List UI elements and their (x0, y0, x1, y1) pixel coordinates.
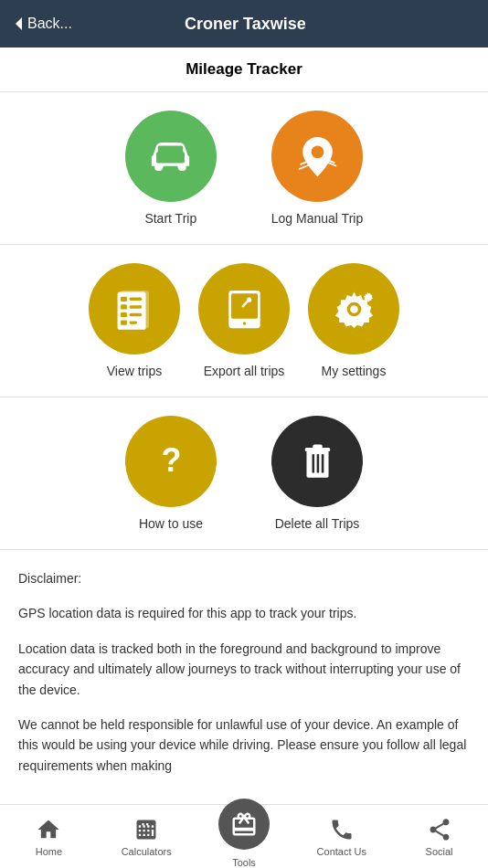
nav-calculators[interactable]: Calculators (98, 805, 196, 868)
nav-contact-us[interactable]: Contact Us (292, 805, 390, 868)
svg-point-21 (350, 305, 358, 313)
calculators-icon (133, 817, 159, 842)
svg-point-1 (155, 162, 164, 170)
svg-rect-11 (129, 297, 142, 300)
log-manual-trip-icon-circle (271, 111, 363, 202)
svg-rect-10 (121, 320, 127, 324)
tools-icon (230, 810, 258, 838)
start-trip-icon-circle (125, 111, 217, 202)
view-trips-icon-circle (89, 263, 180, 355)
location-pin-icon (292, 132, 343, 182)
delete-all-trips-button[interactable]: Delete all Trips (271, 416, 363, 531)
svg-text:?: ? (161, 440, 181, 478)
nav-calculators-label: Calculators (122, 846, 172, 857)
svg-rect-3 (156, 152, 185, 163)
disclaimer-p3: We cannot be held responsible for unlawf… (18, 715, 470, 776)
svg-point-2 (178, 162, 186, 170)
my-settings-button[interactable]: My settings (308, 263, 399, 378)
how-to-use-label: How to use (139, 516, 203, 531)
svg-point-4 (311, 145, 324, 158)
main-content: Start Trip Log Manual Trip (0, 92, 488, 863)
trash-icon (292, 437, 343, 487)
svg-rect-7 (121, 296, 127, 301)
delete-all-trips-label: Delete all Trips (275, 516, 360, 531)
back-label: Back... (27, 16, 72, 32)
log-manual-trip-label: Log Manual Trip (271, 211, 363, 226)
svg-rect-9 (121, 312, 127, 316)
start-trip-label: Start Trip (144, 211, 196, 226)
tools-circle (218, 799, 270, 850)
page-title: Mileage Tracker (0, 48, 488, 92)
export-all-trips-label: Export all trips (204, 364, 285, 378)
svg-rect-26 (312, 453, 314, 472)
nav-social-label: Social (426, 846, 453, 857)
settings-icon-circle (308, 263, 399, 355)
nav-contact-label: Contact Us (317, 846, 366, 857)
app-title: Croner Taxwise (72, 15, 419, 34)
how-to-use-icon-circle: ? (125, 416, 217, 507)
nav-home-label: Home (36, 846, 62, 857)
social-icon (427, 817, 452, 842)
home-icon (36, 817, 61, 842)
bottom-navigation: Home Calculators Tools Contact Us Social (0, 804, 488, 868)
svg-rect-8 (121, 304, 127, 309)
how-to-use-button[interactable]: ? How to use (125, 416, 217, 531)
question-icon: ? (146, 437, 196, 487)
nav-social[interactable]: Social (390, 805, 488, 868)
export-all-trips-button[interactable]: Export all trips (198, 263, 290, 378)
svg-rect-27 (316, 453, 319, 472)
export-icon-circle (198, 263, 290, 355)
svg-point-17 (242, 322, 245, 324)
gear-icon (329, 284, 379, 334)
svg-rect-28 (321, 453, 324, 472)
disclaimer-title: Disclaimer: (18, 568, 470, 588)
svg-point-18 (247, 297, 251, 302)
svg-rect-13 (129, 312, 142, 315)
car-icon (145, 132, 196, 182)
nav-home[interactable]: Home (0, 805, 98, 868)
view-trips-button[interactable]: View trips (89, 263, 180, 378)
svg-rect-14 (129, 321, 137, 323)
nav-tools[interactable]: Tools (196, 805, 293, 868)
log-manual-trip-button[interactable]: Log Manual Trip (271, 111, 363, 226)
back-button[interactable]: Back... (15, 16, 72, 32)
nav-tools-label: Tools (232, 857, 256, 868)
disclaimer-p2: Location data is tracked both in the for… (18, 639, 470, 700)
svg-rect-25 (313, 444, 322, 448)
svg-rect-12 (129, 305, 142, 308)
start-trip-button[interactable]: Start Trip (125, 111, 217, 226)
delete-icon-circle (271, 416, 363, 507)
contact-icon (329, 817, 355, 842)
app-header: Back... Croner Taxwise (0, 0, 488, 48)
view-trips-label: View trips (107, 364, 162, 378)
my-settings-label: My settings (322, 364, 387, 378)
row2-grid: View trips Export all trips (0, 245, 488, 397)
row1-grid: Start Trip Log Manual Trip (0, 92, 488, 245)
export-icon (219, 284, 270, 334)
disclaimer-p1: GPS location data is required for this a… (18, 603, 470, 623)
checklist-icon (110, 284, 160, 334)
row3-grid: ? How to use Delete all Trips (0, 397, 488, 550)
